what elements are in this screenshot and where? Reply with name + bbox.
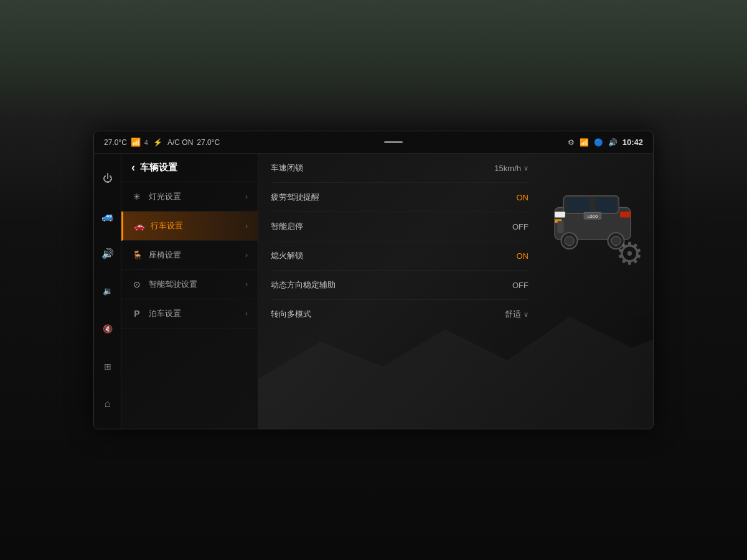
lights-label: 灯光设置 bbox=[149, 191, 239, 202]
auto-stop-label: 智能启停 bbox=[271, 221, 303, 232]
menu-item-seat[interactable]: 🪑 座椅设置 › bbox=[121, 241, 258, 270]
parking-arrow: › bbox=[245, 309, 248, 318]
seat-label: 座椅设置 bbox=[149, 250, 239, 261]
back-button[interactable]: ‹ bbox=[131, 161, 135, 174]
driving-label: 行车设置 bbox=[151, 220, 239, 231]
temperature-ac: 27.0°C bbox=[197, 138, 220, 147]
fatigue-label: 疲劳驾驶提醒 bbox=[271, 192, 319, 203]
status-left: 27.0°C 📶 4 ⚡ A/C ON 27.0°C bbox=[104, 138, 220, 147]
driving-arrow: › bbox=[245, 222, 248, 230]
svg-rect-3 bbox=[595, 198, 616, 212]
clock: 10:42 bbox=[622, 138, 643, 147]
panel-title: 车辆设置 bbox=[140, 162, 177, 174]
car-image-area: LOGO ⚙ bbox=[538, 166, 647, 278]
menu-items-list: ✳ 灯光设置 › 🚗 行车设置 › 🪑 座椅设置 › bbox=[121, 182, 258, 429]
setting-row-auto-stop[interactable]: 智能启停 OFF bbox=[271, 212, 529, 241]
steering-mode-label: 转向多模式 bbox=[271, 309, 311, 320]
volume-icon: 🔊 bbox=[608, 138, 618, 147]
ignition-unlock-label: 熄火解锁 bbox=[271, 250, 303, 261]
svg-rect-11 bbox=[557, 221, 563, 233]
signal-strength: 4 bbox=[144, 139, 148, 146]
svg-rect-2 bbox=[566, 198, 590, 212]
volume-up-icon[interactable]: 🔊 bbox=[98, 245, 117, 263]
status-center bbox=[220, 141, 568, 143]
lights-arrow: › bbox=[245, 192, 248, 201]
ac-status: A/C ON bbox=[167, 138, 193, 147]
auto-stop-value: OFF bbox=[512, 222, 529, 231]
ac-divider: ⚡ bbox=[153, 138, 162, 147]
seat-arrow: › bbox=[245, 251, 248, 259]
driving-icon: 🚗 bbox=[133, 221, 144, 231]
speed-lock-value: 15km/h ∨ bbox=[494, 164, 529, 173]
setting-row-steering-mode[interactable]: 转向多模式 舒适 ∨ bbox=[271, 300, 529, 329]
apps-grid-icon[interactable]: ⊞ bbox=[98, 357, 117, 376]
setting-row-speed-lock[interactable]: 车速闭锁 15km/h ∨ bbox=[271, 154, 529, 183]
main-content: ⏻ 🚙 🔊 🔉 🔇 ⊞ ⌂ ‹ 车辆设置 ✳ 灯光设置 › bbox=[94, 154, 653, 429]
wifi-icon: 📶 bbox=[580, 138, 589, 147]
smart-drive-icon: ⊙ bbox=[131, 279, 143, 289]
status-bar: 27.0°C 📶 4 ⚡ A/C ON 27.0°C ⚙ 📶 🔵 🔊 10:42 bbox=[94, 131, 653, 154]
smart-drive-label: 智能驾驶设置 bbox=[149, 279, 239, 290]
steering-mode-chevron: ∨ bbox=[524, 310, 529, 319]
dynamic-stability-value: OFF bbox=[512, 281, 529, 290]
speed-lock-label: 车速闭锁 bbox=[271, 162, 303, 174]
svg-rect-6 bbox=[620, 212, 631, 217]
volume-down-icon[interactable]: 🔉 bbox=[98, 282, 117, 301]
fatigue-value: ON bbox=[517, 193, 529, 202]
setting-row-dynamic-stability[interactable]: 动态方向稳定辅助 OFF bbox=[271, 271, 529, 300]
signal-icon: 📶 bbox=[131, 138, 141, 147]
setting-row-fatigue[interactable]: 疲劳驾驶提醒 ON bbox=[271, 183, 529, 212]
mute-icon[interactable]: 🔇 bbox=[98, 319, 117, 338]
setting-row-ignition-unlock[interactable]: 熄火解锁 ON bbox=[271, 241, 529, 271]
infotainment-screen: 27.0°C 📶 4 ⚡ A/C ON 27.0°C ⚙ 📶 🔵 🔊 10:42 bbox=[93, 131, 654, 429]
outer-frame: 27.0°C 📶 4 ⚡ A/C ON 27.0°C ⚙ 📶 🔵 🔊 10:42 bbox=[0, 0, 747, 560]
power-icon[interactable]: ⏻ bbox=[98, 169, 117, 188]
side-icons-panel: ⏻ 🚙 🔊 🔉 🔇 ⊞ ⌂ bbox=[94, 154, 121, 429]
lights-icon: ✳ bbox=[131, 192, 143, 202]
home-icon[interactable]: ⌂ bbox=[98, 394, 117, 413]
parking-label: 泊车设置 bbox=[149, 308, 239, 319]
speed-lock-chevron: ∨ bbox=[524, 164, 529, 172]
menu-item-smart-drive[interactable]: ⊙ 智能驾驶设置 › bbox=[121, 270, 258, 299]
center-dash bbox=[384, 141, 403, 143]
dynamic-stability-label: 动态方向稳定辅助 bbox=[271, 279, 336, 291]
car-menu-icon[interactable]: 🚙 bbox=[98, 207, 117, 225]
smart-drive-arrow: › bbox=[245, 280, 248, 289]
left-menu-panel: ‹ 车辆设置 ✳ 灯光设置 › 🚗 行车设置 › 🪑 bbox=[121, 154, 258, 429]
temperature-left: 27.0°C bbox=[104, 138, 127, 147]
parking-icon: P bbox=[131, 309, 143, 319]
bluetooth-icon: 🔵 bbox=[594, 138, 603, 147]
panel-header: ‹ 车辆设置 bbox=[121, 154, 258, 182]
settings-icon: ⚙ bbox=[568, 138, 575, 147]
ignition-unlock-value: ON bbox=[517, 251, 529, 261]
svg-text:LOGO: LOGO bbox=[587, 215, 598, 218]
gear-overlay-icon: ⚙ bbox=[616, 236, 644, 272]
svg-point-8 bbox=[565, 236, 574, 246]
seat-icon: 🪑 bbox=[131, 250, 143, 260]
menu-item-parking[interactable]: P 泊车设置 › bbox=[121, 299, 258, 329]
steering-mode-value: 舒适 ∨ bbox=[505, 309, 529, 320]
right-settings-panel: 车速闭锁 15km/h ∨ 疲劳驾驶提醒 ON 智能启停 OFF bbox=[258, 154, 653, 429]
status-right: ⚙ 📶 🔵 🔊 10:42 bbox=[568, 138, 643, 147]
svg-rect-4 bbox=[555, 212, 565, 217]
dashboard-top bbox=[0, 0, 747, 124]
menu-item-driving[interactable]: 🚗 行车设置 › bbox=[121, 212, 258, 241]
menu-item-lights[interactable]: ✳ 灯光设置 › bbox=[121, 182, 258, 212]
